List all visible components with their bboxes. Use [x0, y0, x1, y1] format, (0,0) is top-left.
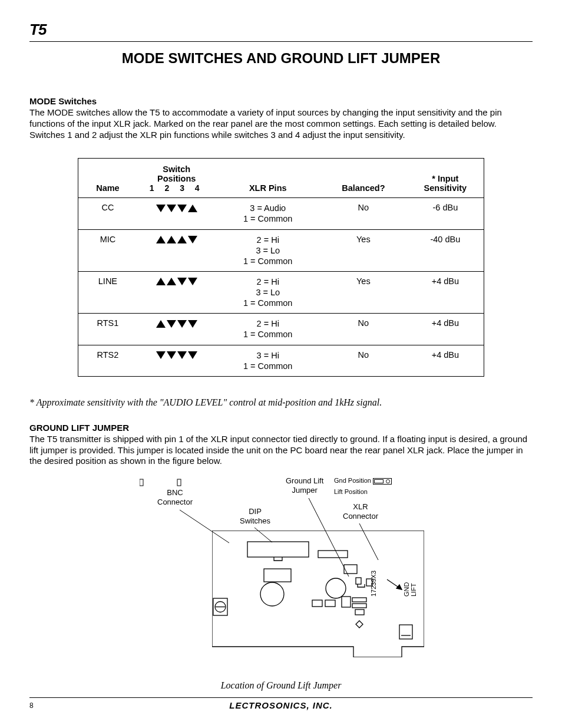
svg-rect-7: [344, 565, 357, 574]
cell-xlr-pins: 3 = Audio1 = Common: [216, 198, 320, 229]
cell-name: MIC: [78, 229, 137, 271]
cell-xlr-pins: 2 = Hi3 = Lo1 = Common: [216, 229, 320, 271]
ground-lift-heading: GROUND LIFT JUMPER: [29, 423, 533, 433]
triangle-up-icon: [188, 205, 197, 212]
triangle-down-icon: [188, 278, 197, 285]
triangle-up-icon: [167, 278, 176, 285]
svg-point-5: [326, 578, 346, 598]
board-number: 17239X3: [370, 571, 377, 597]
triangle-down-icon: [177, 320, 187, 328]
cell-name: CC: [78, 198, 137, 229]
dip-label: DIPSwitches: [240, 507, 270, 525]
triangle-down-icon: [167, 205, 176, 212]
triangle-up-icon: [156, 236, 166, 243]
company-name: LECTROSONICS, INC.: [29, 700, 533, 710]
mode-switch-table: Name Switch Positions 1 2 3 4 XLR Pins B…: [78, 158, 484, 377]
th-pins: XLR Pins: [216, 159, 320, 198]
triangle-down-icon: [167, 351, 176, 359]
sensitivity-footnote: * Approximate sensitivity with the "AUDI…: [29, 397, 533, 408]
ground-lift-text: The T5 transmitter is shipped with pin 1…: [29, 434, 533, 467]
cell-balanced: No: [320, 345, 407, 376]
svg-rect-1: [177, 479, 181, 486]
svg-rect-16: [399, 625, 412, 639]
triangle-down-icon: [177, 278, 187, 285]
th-positions-l1: Switch: [163, 164, 190, 174]
gnd-position-text: Gnd Position: [334, 477, 371, 484]
cell-name: RTS1: [78, 314, 137, 345]
triangle-down-icon: [188, 236, 197, 243]
gnd-position-label: Gnd Position: [334, 477, 422, 485]
diagram-caption: Location of Ground Lift Jumper: [29, 680, 533, 691]
table-row: RTS12 = Hi1 = CommonNo+4 dBu: [78, 314, 484, 345]
th-positions: Switch Positions 1 2 3 4: [137, 159, 216, 198]
cell-switch-positions: [137, 198, 216, 229]
triangle-up-icon: [177, 236, 187, 243]
triangle-down-icon: [156, 205, 166, 212]
mode-switches-text: The MODE switches allow the T5 to accomm…: [29, 107, 533, 140]
pcb-schematic: 17239X3 GND LIFT: [212, 531, 424, 657]
th-sens-l2: Sensitivity: [424, 183, 467, 193]
ground-lift-diagram: BNCConnector DIPSwitches Ground LiftJump…: [131, 477, 431, 672]
cell-balanced: No: [320, 314, 407, 345]
model-header: T5: [29, 21, 533, 39]
cell-switch-positions: [137, 229, 216, 271]
page-footer: 8 LECTROSONICS, INC.: [29, 697, 533, 710]
table-row: LINE2 = Hi3 = Lo1 = CommonYes+4 dBu: [78, 271, 484, 313]
triangle-down-icon: [188, 351, 197, 359]
cell-balanced: Yes: [320, 271, 407, 313]
th-balanced: Balanced?: [320, 159, 407, 198]
triangle-down-icon: [156, 351, 166, 359]
header-rule: [29, 41, 533, 42]
table-row: RTS23 = Hi1 = CommonNo+4 dBu: [78, 345, 484, 376]
th-sensitivity: * Input Sensitivity: [407, 159, 484, 198]
triangle-down-icon: [177, 351, 187, 359]
cell-sensitivity: +4 dBu: [407, 271, 484, 313]
gnd-text: GND: [403, 582, 410, 597]
ground-lift-jumper-label: Ground LiftJumper: [286, 476, 323, 495]
cell-balanced: Yes: [320, 229, 407, 271]
cell-sensitivity: -6 dBu: [407, 198, 484, 229]
mode-switches-heading: MODE Switches: [29, 96, 533, 106]
cell-switch-positions: [137, 314, 216, 345]
cell-sensitivity: -40 dBu: [407, 229, 484, 271]
svg-rect-3: [264, 569, 291, 582]
cell-switch-positions: [137, 345, 216, 376]
svg-rect-9: [325, 600, 335, 607]
lift-position-label: Lift Position: [334, 488, 368, 496]
cell-sensitivity: +4 dBu: [407, 345, 484, 376]
table-row: CC3 = Audio1 = CommonNo-6 dBu: [78, 198, 484, 229]
page-title: MODE SWITCHES AND GROUND LIFT JUMPER: [29, 50, 533, 67]
svg-point-4: [260, 582, 284, 606]
th-sens-l1: * Input: [432, 174, 458, 183]
svg-rect-13: [355, 610, 364, 615]
svg-rect-11: [352, 598, 366, 602]
cell-sensitivity: +4 dBu: [407, 314, 484, 345]
gnd-position-icon: [373, 478, 392, 485]
cell-name: RTS2: [78, 345, 137, 376]
svg-rect-10: [342, 597, 351, 607]
table-row: MIC2 = Hi3 = Lo1 = CommonYes-40 dBu: [78, 229, 484, 271]
svg-rect-12: [352, 604, 366, 608]
cell-name: LINE: [78, 271, 137, 313]
svg-rect-6: [318, 551, 348, 558]
triangle-down-icon: [177, 205, 187, 212]
cell-switch-positions: [137, 271, 216, 313]
svg-marker-21: [396, 585, 402, 589]
cell-balanced: No: [320, 198, 407, 229]
triangle-down-icon: [188, 320, 197, 328]
th-positions-l2: Positions: [157, 174, 196, 183]
lift-text: LIFT: [410, 583, 417, 597]
svg-rect-14: [356, 578, 361, 584]
svg-rect-2: [247, 542, 309, 557]
cell-xlr-pins: 2 = Hi3 = Lo1 = Common: [216, 271, 320, 313]
bnc-label: BNCConnector: [157, 488, 193, 506]
svg-rect-8: [312, 600, 322, 607]
cell-xlr-pins: 3 = Hi1 = Common: [216, 345, 320, 376]
triangle-down-icon: [167, 320, 176, 328]
triangle-up-icon: [156, 320, 166, 328]
top-hole-icons: [140, 477, 187, 488]
th-positions-nums: 1 2 3 4: [150, 183, 204, 193]
triangle-up-icon: [167, 236, 176, 243]
th-name: Name: [78, 159, 137, 198]
xlr-label: XLRConnector: [343, 502, 378, 521]
